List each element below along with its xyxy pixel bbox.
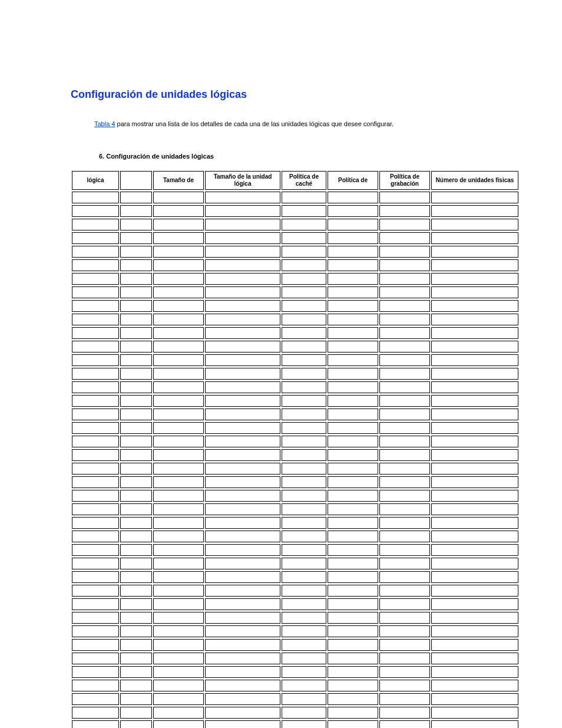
table-cell [72, 381, 119, 393]
table-cell [328, 205, 378, 217]
table-cell [205, 300, 280, 312]
table-cell [431, 381, 518, 393]
table-cell [431, 232, 518, 244]
table-cell [431, 598, 518, 610]
table-cell [282, 232, 326, 244]
table-cell [431, 409, 518, 420]
table-cell [328, 354, 378, 366]
table-cell [379, 205, 430, 217]
table-cell [72, 612, 119, 624]
table-cell [153, 286, 204, 298]
table-cell [205, 517, 280, 529]
table-cell [72, 395, 119, 407]
table-cell [282, 585, 326, 597]
table-cell [328, 300, 378, 312]
table-cell [431, 585, 518, 597]
table-cell [153, 585, 204, 597]
table-cell [282, 558, 326, 569]
table-cell [379, 490, 430, 502]
table-cell [120, 246, 152, 258]
table-cell [379, 666, 430, 678]
table-cell [205, 314, 280, 325]
table-cell [379, 612, 430, 624]
table-cell [282, 259, 326, 271]
table-cell [72, 625, 119, 637]
table-cell [205, 612, 280, 624]
table-row [72, 286, 518, 298]
table-cell [72, 436, 119, 447]
table-cell [431, 612, 518, 624]
table-cell [72, 598, 119, 610]
table-cell [379, 381, 430, 393]
table-cell [379, 571, 430, 583]
table-cell [153, 273, 204, 285]
table-cell [379, 192, 430, 203]
table-cell [120, 571, 152, 583]
table-cell [379, 639, 430, 651]
table-cell [153, 625, 204, 637]
link-tabla4-a[interactable]: Tabla 4 [94, 120, 115, 127]
table-cell [120, 192, 152, 203]
table-cell [153, 205, 204, 217]
table-cell [328, 558, 378, 569]
table-cell [282, 354, 326, 366]
table-cell [282, 409, 326, 420]
table-row [72, 341, 518, 353]
table-cell [72, 571, 119, 583]
table-cell [205, 341, 280, 353]
table-cell [328, 517, 378, 529]
table-cell [282, 219, 326, 230]
table-cell [205, 720, 280, 728]
table-cell [205, 422, 280, 434]
table-cell [328, 463, 378, 475]
table-cell [431, 354, 518, 366]
table-cell [282, 707, 326, 719]
table-cell [431, 368, 518, 380]
table-cell [282, 381, 326, 393]
table-cell [328, 653, 378, 664]
table-cell [120, 490, 152, 502]
table-cell [379, 517, 430, 529]
table-cell [379, 625, 430, 637]
table-cell [120, 598, 152, 610]
table-cell [205, 503, 280, 515]
table-cell [282, 314, 326, 325]
table-cell [282, 666, 326, 678]
table-cell [282, 598, 326, 610]
table-cell [205, 666, 280, 678]
table-cell [153, 192, 204, 203]
table-cell [379, 314, 430, 325]
table-row [72, 585, 518, 597]
table-cell [431, 205, 518, 217]
table-cell [431, 286, 518, 298]
th-tamano: Tamaño de [153, 171, 204, 190]
table-cell [153, 259, 204, 271]
table-cell [72, 354, 119, 366]
table-row [72, 300, 518, 312]
table-row [72, 192, 518, 203]
table-cell [120, 639, 152, 651]
table-cell [282, 436, 326, 447]
table-cell [282, 503, 326, 515]
table-cell [72, 205, 119, 217]
table-cell [431, 531, 518, 542]
table-cell [120, 232, 152, 244]
table-cell [379, 395, 430, 407]
table-cell [328, 246, 378, 258]
table-cell [328, 286, 378, 298]
table-cell [205, 286, 280, 298]
table-cell [120, 368, 152, 380]
table-row [72, 273, 518, 285]
table-row [72, 693, 518, 705]
table-cell [379, 341, 430, 353]
table-cell [431, 503, 518, 515]
table-cell [379, 300, 430, 312]
table-cell [72, 544, 119, 556]
table-cell [431, 693, 518, 705]
table-cell [72, 720, 119, 728]
table-cell [72, 219, 119, 230]
table-cell [120, 259, 152, 271]
table-cell [282, 639, 326, 651]
table-cell [431, 490, 518, 502]
table-cell [153, 571, 204, 583]
